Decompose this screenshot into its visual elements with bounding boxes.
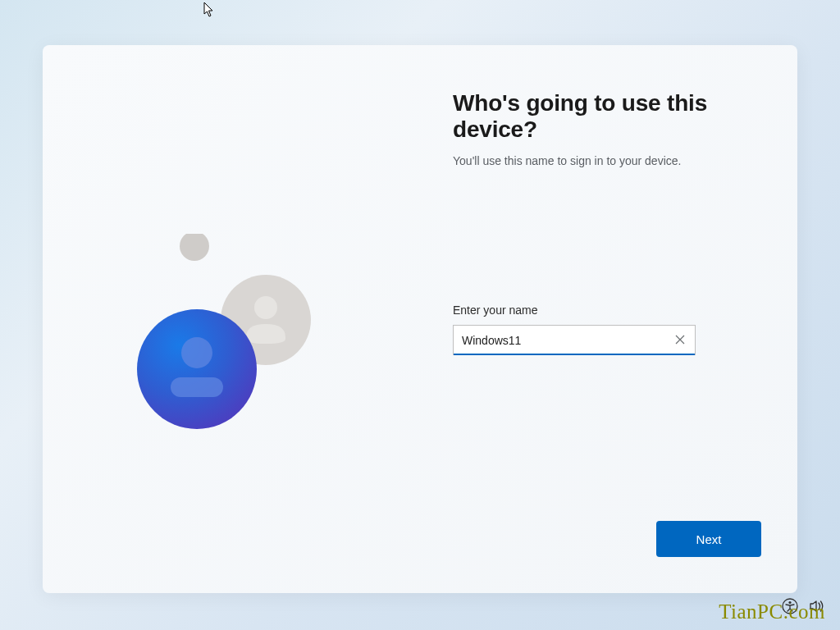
svg-rect-5 <box>171 377 223 397</box>
volume-button[interactable] <box>808 598 828 618</box>
system-tray <box>780 598 828 618</box>
name-field-label: Enter your name <box>453 304 696 317</box>
accessibility-button[interactable] <box>780 598 800 618</box>
name-input-wrapper <box>453 325 696 355</box>
user-accounts-illustration <box>108 234 387 480</box>
svg-point-1 <box>221 275 311 365</box>
svg-point-3 <box>137 309 257 429</box>
svg-point-7 <box>788 601 791 604</box>
svg-point-4 <box>181 337 212 368</box>
close-icon <box>675 333 685 348</box>
svg-point-2 <box>254 296 277 319</box>
setup-subheading: You'll use this name to sign in to your … <box>453 154 765 167</box>
speaker-icon <box>809 598 827 618</box>
mouse-cursor-icon <box>203 2 217 21</box>
setup-panel: Who's going to use this device? You'll u… <box>43 45 797 593</box>
setup-heading: Who's going to use this device? <box>453 90 765 143</box>
content-area: Who's going to use this device? You'll u… <box>453 90 765 167</box>
clear-input-button[interactable] <box>665 326 695 354</box>
next-button[interactable]: Next <box>656 521 761 557</box>
name-input[interactable] <box>454 326 665 354</box>
svg-point-0 <box>180 234 209 261</box>
accessibility-icon <box>782 598 798 618</box>
name-field-block: Enter your name <box>453 304 696 355</box>
